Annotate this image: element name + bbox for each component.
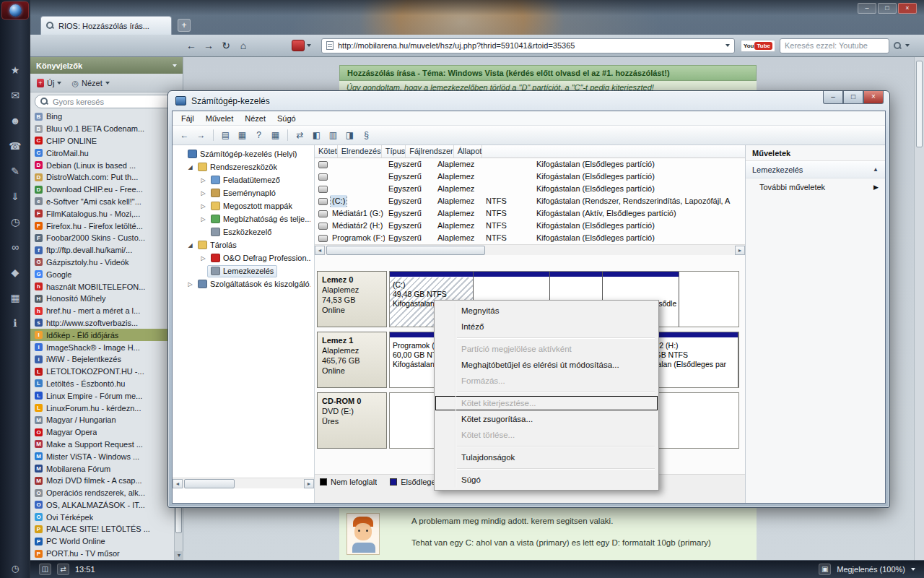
new-bookmark-caret[interactable] — [57, 82, 61, 85]
scroll-left-icon[interactable]: ◄ — [173, 479, 183, 488]
address-bar[interactable]: http://mobilarena.hu/muvelet/hsz/uj.php?… — [321, 38, 735, 53]
toolbar-icon[interactable] — [213, 129, 214, 141]
volume-row[interactable]: Egyszerű Alaplemez Kifogástalan (Elsődle… — [315, 183, 745, 195]
context-menu-item[interactable]: Kötet törlése... — [435, 427, 658, 443]
maximize-button[interactable]: □ — [878, 3, 897, 14]
toolbar-icon[interactable]: § — [359, 128, 374, 142]
context-menu-item[interactable]: Meghajtóbetűjel és elérési út módosítása… — [435, 357, 658, 373]
tree-item[interactable]: ▷ Szolgáltatások és kiszolgáló... — [173, 277, 314, 290]
toolbar-icon[interactable]: ▦ — [268, 128, 283, 142]
tree-item[interactable]: ▷ O&O Defrag Profession... — [173, 251, 314, 264]
page-scrollbar[interactable] — [914, 57, 924, 560]
tree-expand-arrow[interactable]: ▷ — [199, 190, 207, 197]
forward-button[interactable]: → — [201, 38, 217, 53]
bookmarks-panel-header[interactable]: Könyvjelzők — [30, 57, 183, 74]
tree-expand-arrow[interactable]: ▷ — [199, 255, 207, 262]
panel-icon[interactable]: ∞ — [6, 239, 24, 256]
bookmark-item[interactable]: I Időkép - Élő időjárás — [30, 329, 174, 341]
page-scrollbar-thumb[interactable] — [916, 61, 923, 147]
context-menu-item[interactable]: Tulajdonságok — [435, 449, 658, 465]
context-menu-item[interactable]: Partíció megjelölése aktívként — [435, 341, 658, 357]
context-menu-item[interactable] — [435, 389, 658, 395]
tree-item[interactable]: ◢ Rendszereszközök — [173, 160, 314, 173]
collapse-icon[interactable]: ▲ — [873, 166, 879, 173]
context-menu-item[interactable]: Megnyitás — [435, 303, 658, 319]
search-input[interactable]: Keresés ezzel: Youtube — [780, 38, 889, 53]
scrollbar-thumb[interactable] — [184, 479, 235, 488]
panel-icon[interactable]: ◆ — [6, 264, 24, 281]
search-engine-caret[interactable] — [905, 44, 910, 47]
bookmark-item[interactable]: M Mozi DVD filmek - A csap... — [30, 475, 174, 487]
bookmark-item[interactable]: P PORT.hu - TV műsor — [30, 548, 174, 560]
bookmark-item[interactable]: h használt MOBILTELEFON... — [30, 280, 174, 293]
toolbar-icon[interactable] — [287, 129, 288, 141]
bookmark-item[interactable]: M Mobilarena Fórum — [30, 462, 174, 475]
menu-bar-item[interactable]: Fájl — [175, 111, 200, 126]
bookmark-item[interactable]: e e-Softver "Ami csak kell!"... — [30, 196, 174, 208]
scroll-left-icon[interactable]: ◄ — [315, 246, 325, 255]
tree-item[interactable]: ▷ Megbízhatóság és telje... — [173, 212, 314, 225]
panel-icon[interactable]: ✎ — [6, 163, 24, 180]
bookmark-item[interactable]: L LETOLTOKOZPONT.HU -... — [30, 366, 174, 378]
scroll-right-icon[interactable]: ► — [304, 479, 314, 488]
bookmark-item[interactable]: L Linux Empire - Fórum me... — [30, 389, 174, 402]
disk-info-box[interactable]: CD-ROM 0 DVD (E:) Üres — [317, 392, 387, 449]
bookmark-item[interactable]: B Bing — [30, 111, 174, 123]
bookmark-item[interactable]: F FilmKatalogus.hu - Mozi,... — [30, 207, 174, 220]
menu-bar-item[interactable]: Nézet — [239, 111, 271, 126]
volume-row[interactable]: Programok (F:) Egyszerű Alaplemez NTFS K… — [315, 232, 745, 244]
panel-icon[interactable]: ⇓ — [6, 189, 24, 205]
tree-expand-arrow[interactable]: ◢ — [186, 164, 194, 171]
panel-icon[interactable]: ★ — [6, 62, 24, 79]
context-menu-item[interactable] — [435, 335, 658, 341]
tree-expand-arrow[interactable]: ▷ — [186, 281, 194, 288]
volume-row[interactable]: Egyszerű Alaplemez Kifogástalan (Elsődle… — [315, 158, 745, 171]
tree-item[interactable]: Lemezkezelés — [173, 264, 314, 277]
bookmark-item[interactable]: C CHIP ONLINE — [30, 135, 174, 147]
bookmark-item[interactable]: G Gázpisztoly.hu - Videók — [30, 256, 174, 269]
toolbar-icon[interactable]: ⇄ — [292, 128, 308, 142]
disk-info-box[interactable]: Lemez 1 Alaplemez 465,76 GB Online — [317, 332, 387, 388]
tree-expand-arrow[interactable]: ◢ — [186, 242, 194, 249]
menu-bar-item[interactable]: Művelet — [200, 111, 240, 126]
start-orb-button[interactable] — [1, 1, 29, 20]
panels-toggle-icon[interactable]: ◫ — [39, 564, 51, 575]
bookmark-item[interactable]: M Magyar / Hungarian — [30, 414, 174, 426]
volume-row[interactable]: Egyszerű Alaplemez Kifogástalan (Elsődle… — [315, 171, 745, 183]
bookmark-item[interactable]: G Google — [30, 268, 174, 280]
scroll-right-icon[interactable]: ► — [735, 246, 745, 255]
scrollbar-thumb[interactable] — [326, 246, 485, 255]
bookmark-item[interactable]: D Debian (Linux is based ... — [30, 159, 174, 171]
bookmark-item[interactable]: B Bluu v0.1 BETA Codenam... — [30, 123, 174, 135]
bookmark-item[interactable]: H Honosító Műhely — [30, 293, 174, 305]
volume-table-scrollbar[interactable]: ◄ ► — [315, 244, 745, 255]
toolbar-icon[interactable]: ? — [251, 128, 266, 142]
bookmark-item[interactable]: h href.hu - mert a méret a l... — [30, 305, 174, 317]
toolbar-icon[interactable]: ▥ — [326, 128, 341, 142]
volume-row[interactable]: (C:) Egyszerű Alaplemez NTFS Kifogástala… — [315, 195, 745, 207]
column-header[interactable]: Típus — [382, 145, 406, 158]
window-titlebar[interactable]: Számítógép-kezelés — [168, 91, 889, 111]
toolbar-icon[interactable]: ◧ — [309, 128, 324, 142]
home-button[interactable]: ⌂ — [235, 38, 251, 53]
context-menu-item[interactable] — [435, 465, 658, 472]
tree-item[interactable]: ◢ Tárolás — [173, 238, 314, 251]
bookmark-item[interactable]: M Mister ViSTA - Windows ... — [30, 450, 174, 462]
panel-icon[interactable]: ✉ — [6, 87, 24, 104]
context-menu-item[interactable] — [435, 443, 658, 449]
toolbar-icon[interactable]: ◨ — [342, 128, 357, 142]
tree-expand-arrow[interactable]: ▷ — [199, 203, 207, 210]
panel-icon[interactable]: ☎ — [6, 138, 24, 155]
column-header[interactable]: Kötet — [315, 145, 338, 158]
bookmark-item[interactable]: O OS, ALKALMAZÁSOK - IT... — [30, 499, 174, 512]
quick-search-input[interactable]: Gyors keresés — [35, 95, 178, 108]
toolbar-icon[interactable]: ▤ — [218, 128, 233, 142]
panel-icon[interactable]: ◷ — [6, 214, 24, 230]
tree-item[interactable]: ▷ Feladatütemező — [173, 173, 314, 186]
red-toolbar-icon[interactable] — [292, 40, 305, 51]
zoom-label[interactable]: Megjelenés (100%) — [837, 565, 905, 574]
bookmark-item[interactable]: D Download CHIP.eu - Free... — [30, 184, 174, 196]
context-menu-item[interactable]: Intéző — [435, 319, 658, 335]
column-header[interactable]: Állapot — [454, 145, 483, 158]
bookmark-item[interactable]: O Ovi Térképek — [30, 511, 174, 523]
